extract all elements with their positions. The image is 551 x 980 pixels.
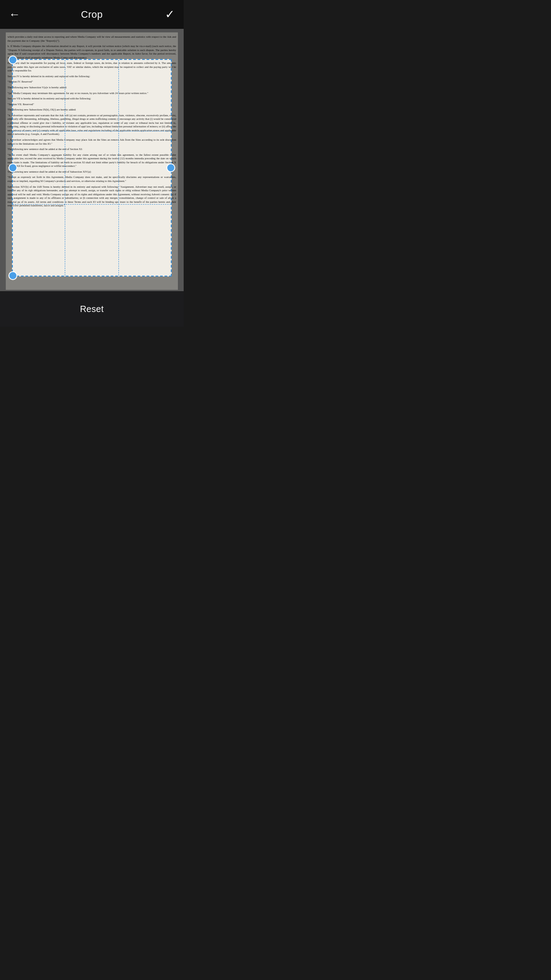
- dim-bottom: [6, 277, 178, 290]
- confirm-button[interactable]: ✓: [157, 8, 175, 21]
- dim-right: [172, 59, 178, 277]
- navigation-bar: ← Crop ✓: [0, 0, 184, 29]
- dim-top: [6, 32, 178, 59]
- crop-container: which provides a daily real-time access …: [0, 29, 184, 291]
- bottom-toolbar: Reset: [0, 291, 184, 327]
- document-text: which provides a daily real-time access …: [6, 32, 178, 212]
- page-title: Crop: [81, 9, 103, 20]
- document-wrapper: which provides a daily real-time access …: [6, 32, 178, 290]
- back-button[interactable]: ←: [9, 8, 27, 21]
- dim-left: [6, 59, 12, 277]
- document-background: which provides a daily real-time access …: [6, 32, 178, 290]
- reset-button[interactable]: Reset: [80, 304, 104, 314]
